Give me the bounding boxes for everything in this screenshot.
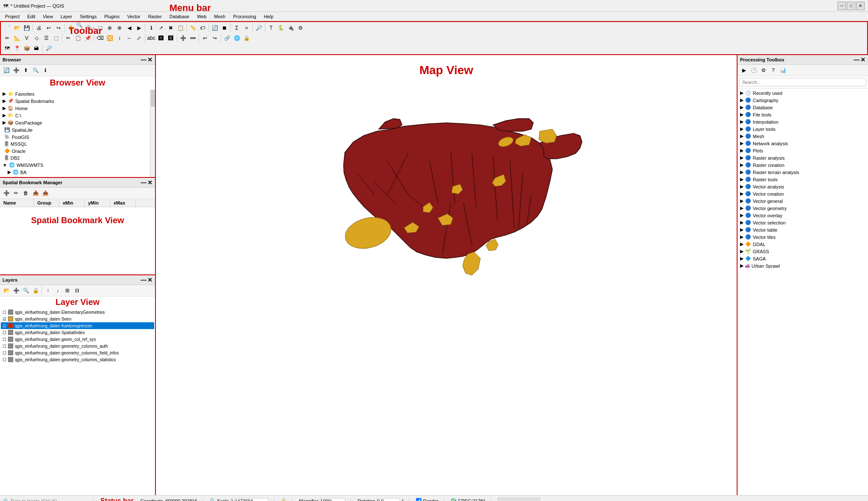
browser-close[interactable]: ✕ bbox=[147, 56, 153, 63]
layer-seen[interactable]: ☑ qgis_einfuehrung_daten Seen bbox=[1, 316, 154, 322]
menu-layer[interactable]: Layer bbox=[57, 13, 76, 20]
menu-project[interactable]: Project bbox=[2, 13, 23, 20]
tb-d22[interactable]: 🌐 bbox=[232, 33, 241, 43]
tb-r3[interactable]: 📦 bbox=[22, 44, 31, 53]
layer-geom-stats[interactable]: ☐ qgis_einfuehrung_daten geometry_column… bbox=[1, 356, 154, 363]
menu-database[interactable]: Database bbox=[166, 13, 193, 20]
bookmark-import-btn[interactable]: 📥 bbox=[31, 188, 40, 198]
layer-spatialindex[interactable]: ☐ qgis_einfuehrung_daten SpatialIndex bbox=[1, 329, 154, 336]
tb-digitize-4[interactable]: ◇ bbox=[32, 33, 41, 43]
tb-d11[interactable]: 🔀 bbox=[105, 33, 114, 43]
tb-digitize-5[interactable]: ☰ bbox=[42, 33, 51, 43]
browser-filter-btn[interactable]: 🔍 bbox=[31, 66, 40, 75]
tb-label-edit[interactable]: abc bbox=[147, 33, 156, 43]
proc-mesh[interactable]: ▶🔵Mesh bbox=[738, 133, 867, 140]
tb-r2[interactable]: 📍 bbox=[12, 44, 22, 53]
browser-spatialite[interactable]: 💾SpatiaLite bbox=[1, 126, 154, 133]
tb-zoom-selection[interactable]: ⊗ bbox=[115, 23, 124, 33]
proc-raster-terrain[interactable]: ▶🔵Raster terrain analysis bbox=[738, 169, 867, 176]
browser-wms-dwadaw[interactable]: ▶🌐dwadaw bbox=[1, 176, 154, 177]
bookmark-minimize[interactable]: — bbox=[141, 179, 147, 186]
browser-props-btn[interactable]: ℹ bbox=[41, 66, 50, 75]
tb-d19[interactable]: ➖ bbox=[188, 33, 197, 43]
browser-postgis[interactable]: 🐘PostGIS bbox=[1, 133, 154, 141]
tb-snap[interactable]: 🔗 bbox=[222, 33, 232, 43]
menu-vector[interactable]: Vector bbox=[124, 13, 144, 20]
tb-open-attr[interactable]: 📋 bbox=[176, 23, 185, 33]
proc-network[interactable]: ▶🔵Network analysis bbox=[738, 140, 867, 147]
proc-results-btn[interactable]: 📊 bbox=[778, 66, 788, 75]
tb-d17[interactable]: 🅱 bbox=[166, 33, 175, 43]
layers-lock-btn[interactable]: 🔒 bbox=[31, 286, 40, 295]
layer-kantonsgrenzen[interactable]: ☑ qgis_einfuehrung_daten Kantonsgrenzen bbox=[1, 322, 154, 329]
layers-collapse-btn[interactable]: ⊟ bbox=[72, 286, 82, 295]
tb-select[interactable]: ↗ bbox=[156, 23, 166, 33]
layer-geom-auth[interactable]: ☐ qgis_einfuehrung_daten geometry_column… bbox=[1, 343, 154, 349]
layers-moveup-btn[interactable]: ↑ bbox=[43, 286, 53, 295]
tb-d14[interactable]: ⤢ bbox=[134, 33, 144, 43]
menu-web[interactable]: Web bbox=[194, 13, 210, 20]
layers-movedown-btn[interactable]: ↓ bbox=[53, 286, 62, 295]
proc-run-btn[interactable]: ▶ bbox=[739, 66, 749, 75]
tb-measure[interactable]: 📏 bbox=[188, 23, 197, 33]
tb-label[interactable]: 🏷 bbox=[198, 23, 207, 33]
tb-calc[interactable]: = bbox=[242, 23, 251, 33]
window-controls[interactable]: ─ □ ✕ bbox=[837, 2, 865, 10]
bookmark-add-btn[interactable]: ➕ bbox=[2, 188, 11, 198]
proc-settings-btn[interactable]: ⚙ bbox=[759, 66, 768, 75]
menu-help[interactable]: Help bbox=[261, 13, 277, 20]
tb-redo[interactable]: ↪ bbox=[54, 23, 63, 33]
tb-d18[interactable]: ➕ bbox=[178, 33, 188, 43]
proc-help-btn[interactable]: ? bbox=[768, 66, 778, 75]
menu-view[interactable]: View bbox=[39, 13, 56, 20]
close-button[interactable]: ✕ bbox=[856, 2, 865, 10]
menu-processing[interactable]: Processing bbox=[230, 13, 259, 20]
bookmark-export-btn[interactable]: 📤 bbox=[41, 188, 50, 198]
bookmark-edit-btn[interactable]: ✏ bbox=[11, 188, 21, 198]
tb-digitize-3[interactable]: V bbox=[22, 33, 31, 43]
render-section[interactable]: Render bbox=[416, 498, 444, 501]
scale-input[interactable] bbox=[230, 498, 269, 501]
proc-vector-general[interactable]: ▶🔵Vector general bbox=[738, 197, 867, 205]
browser-home[interactable]: ▶🏠Home bbox=[1, 105, 154, 112]
proc-vector-analysis[interactable]: ▶🔵Vector analysis bbox=[738, 183, 867, 190]
lock-section[interactable]: 🔓 bbox=[281, 498, 292, 501]
proc-vector-overlay[interactable]: ▶🔵Vector overlay bbox=[738, 212, 867, 219]
proc-grass[interactable]: ▶🌱GRASS bbox=[738, 248, 867, 255]
proc-gdal[interactable]: ▶🔶GDAL bbox=[738, 241, 867, 248]
proc-vector-table[interactable]: ▶🔵Vector table bbox=[738, 226, 867, 233]
minimize-button[interactable]: ─ bbox=[837, 2, 846, 10]
proc-raster-tools[interactable]: ▶🔵Raster tools bbox=[738, 176, 867, 183]
layers-expand-btn[interactable]: ⊞ bbox=[63, 286, 72, 295]
tb-open[interactable]: 📂 bbox=[12, 23, 22, 33]
epsg-section[interactable]: 🌍 EPSG:21781 bbox=[451, 498, 491, 501]
layer-elementary[interactable]: ☐ qgis_einfuehrung_daten ElementaryGeome… bbox=[1, 309, 154, 316]
tb-sum[interactable]: Σ bbox=[232, 23, 241, 33]
tb-r5[interactable]: 🔎 bbox=[44, 44, 53, 53]
tb-digitize-1[interactable]: ✏ bbox=[3, 33, 12, 43]
tb-d13[interactable]: ↔ bbox=[125, 33, 134, 43]
locate-section[interactable] bbox=[3, 498, 94, 501]
tb-digitize-6[interactable]: ⬚ bbox=[51, 33, 61, 43]
proc-vector-geometry[interactable]: ▶🔵Vector geometry bbox=[738, 205, 867, 212]
proc-layer-tools[interactable]: ▶🔵Layer tools bbox=[738, 125, 867, 133]
proc-saga[interactable]: ▶🔷SAGA bbox=[738, 255, 867, 262]
tb-python[interactable]: 🐍 bbox=[276, 23, 286, 33]
proc-file-tools[interactable]: ▶🔵File tools bbox=[738, 111, 867, 118]
proc-database[interactable]: ▶🔵Database bbox=[738, 104, 867, 111]
browser-bookmarks[interactable]: ▶📌Spatial Bookmarks bbox=[1, 97, 154, 105]
tb-settings2[interactable]: ⚙ bbox=[296, 23, 305, 33]
tb-undo-edit[interactable]: ↩ bbox=[200, 33, 210, 43]
bookmark-delete-btn[interactable]: 🗑 bbox=[21, 188, 31, 198]
processing-search-input[interactable] bbox=[739, 78, 866, 86]
tb-plugins2[interactable]: 🔌 bbox=[286, 23, 295, 33]
layers-minimize[interactable]: — bbox=[141, 277, 147, 283]
render-checkbox[interactable] bbox=[416, 498, 422, 501]
processing-search-box[interactable] bbox=[738, 76, 868, 89]
rotation-input[interactable] bbox=[377, 498, 400, 501]
browser-favorites[interactable]: ▶⭐Favorites bbox=[1, 90, 154, 97]
menu-settings[interactable]: Settings bbox=[76, 13, 100, 20]
proc-vector-creation[interactable]: ▶🔵Vector creation bbox=[738, 190, 867, 197]
browser-wms[interactable]: ▼🌐WMS/WMTS bbox=[1, 161, 154, 169]
proc-interpolation[interactable]: ▶🔵Interpolation bbox=[738, 118, 867, 125]
